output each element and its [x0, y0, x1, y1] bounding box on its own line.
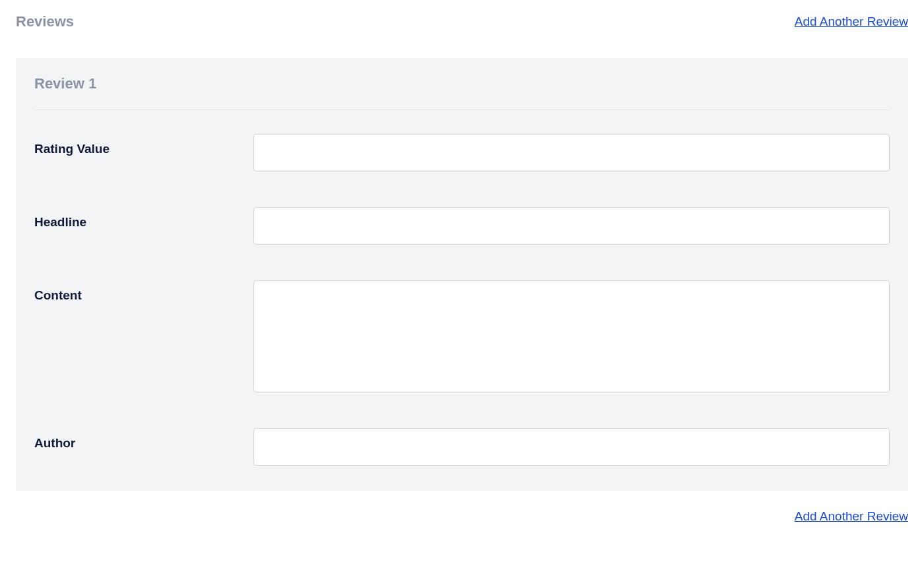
- headline-input[interactable]: [253, 207, 890, 245]
- content-textarea[interactable]: [253, 280, 890, 392]
- author-row: Author: [34, 428, 890, 466]
- content-label: Content: [34, 280, 253, 303]
- add-review-link-top[interactable]: Add Another Review: [795, 15, 908, 29]
- section-title: Reviews: [16, 13, 74, 30]
- reviews-section: Reviews Add Another Review Review 1 Rati…: [0, 0, 924, 537]
- headline-row: Headline: [34, 207, 890, 245]
- author-label: Author: [34, 428, 253, 451]
- review-card: Review 1 Rating Value Headline Content A…: [16, 58, 908, 491]
- section-header: Reviews Add Another Review: [16, 13, 908, 30]
- add-review-link-bottom[interactable]: Add Another Review: [795, 509, 908, 524]
- rating-value-input[interactable]: [253, 134, 890, 172]
- headline-label: Headline: [34, 207, 253, 230]
- review-title: Review 1: [34, 75, 890, 110]
- content-row: Content: [34, 280, 890, 392]
- rating-value-row: Rating Value: [34, 134, 890, 172]
- section-footer: Add Another Review: [16, 509, 908, 524]
- rating-value-label: Rating Value: [34, 134, 253, 156]
- author-input[interactable]: [253, 428, 890, 466]
